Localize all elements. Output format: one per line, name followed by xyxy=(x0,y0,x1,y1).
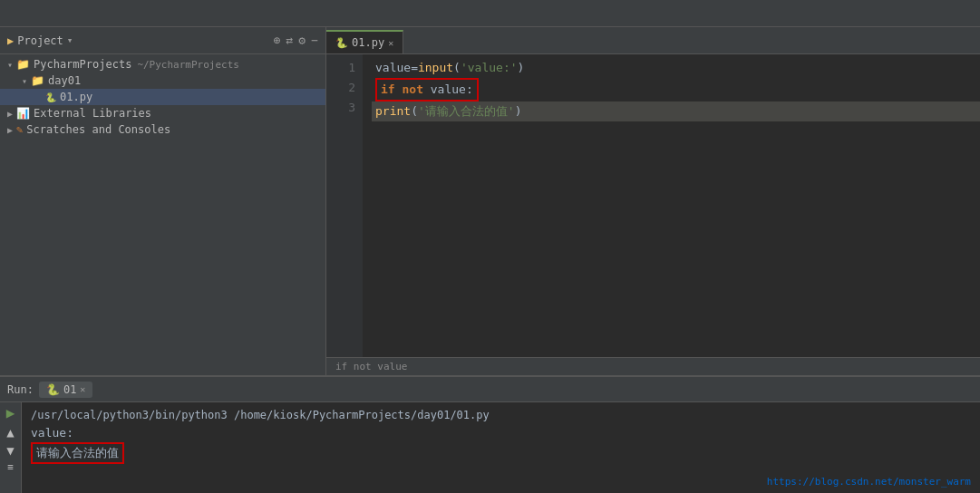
sidebar: ▶ Project ▾ ⊕ ⇄ ⚙ − ▾ 📁 PycharmProjects … xyxy=(0,27,326,375)
sidebar-item-scratches[interactable]: ▶ ✎ Scratches and Consoles xyxy=(0,121,325,138)
status-text: if not value xyxy=(335,361,407,372)
folder-icon: 📁 xyxy=(16,58,30,71)
pycharm-projects-path: ~/PycharmProjects xyxy=(137,59,239,71)
scratch-icon: ✎ xyxy=(16,123,23,136)
run-content: ▶ ▲ ▼ ≡ /usr/local/python3/bin/python3 /… xyxy=(0,402,980,493)
earth-icon[interactable]: ⊕ xyxy=(274,34,281,47)
01py-label: 01.py xyxy=(60,91,92,103)
editor-tab-label: 01.py xyxy=(352,36,384,49)
token-equals: = xyxy=(411,58,418,78)
minus-icon[interactable]: − xyxy=(311,34,318,47)
run-sidebar-buttons: ▶ ▲ ▼ ≡ xyxy=(0,402,22,493)
token-paren-open: ( xyxy=(453,58,461,78)
token-paren-close: ) xyxy=(518,58,525,78)
run-value-label: value: xyxy=(31,424,73,442)
editor-tabs: 🐍 01.py ✕ xyxy=(326,27,980,54)
sidebar-project-title: ▶ Project ▾ xyxy=(7,34,73,47)
editor-area: 🐍 01.py ✕ 1 2 3 value = input ( 'value:' xyxy=(326,27,980,375)
dropdown-arrow-icon[interactable]: ▾ xyxy=(67,34,73,46)
expand-arrow-icon: ▾ xyxy=(18,76,31,86)
token-paren-close2: ) xyxy=(515,102,522,121)
expand-arrow-icon: ▶ xyxy=(4,125,16,135)
run-command-line: /usr/local/python3/bin/python3 /home/kio… xyxy=(31,406,971,424)
title-bar xyxy=(0,0,980,27)
run-tab-label: 01 xyxy=(63,383,76,396)
scratches-label: Scratches and Consoles xyxy=(26,123,170,136)
red-border-highlight: if not value: xyxy=(375,78,479,102)
code-line-1: value = input ( 'value:' ) xyxy=(372,58,980,78)
run-tab-01[interactable]: 🐍 01 ✕ xyxy=(39,382,92,398)
token-not-kw: not xyxy=(402,82,422,96)
token-msg-str: '请输入合法的值' xyxy=(418,102,515,121)
editor-status-bar: if not value xyxy=(326,357,980,375)
run-panel-header: Run: 🐍 01 ✕ xyxy=(0,377,980,402)
token-input-fn: input xyxy=(418,58,453,78)
run-label: Run: xyxy=(7,383,34,396)
run-result-line: 请输入合法的值 xyxy=(31,442,971,464)
run-play-button[interactable]: ▶ xyxy=(6,406,15,420)
sidebar-item-01py[interactable]: 🐍 01.py xyxy=(0,89,325,105)
run-scroll-down-button[interactable]: ▼ xyxy=(6,444,14,457)
external-libs-label: External Libraries xyxy=(34,107,151,120)
expand-arrow-icon: ▶ xyxy=(4,109,16,119)
sidebar-tree: ▾ 📁 PycharmProjects ~/PycharmProjects ▾ … xyxy=(0,54,325,375)
run-result-text: 请输入合法的值 xyxy=(31,442,124,464)
editor-tab-01py[interactable]: 🐍 01.py ✕ xyxy=(326,30,403,53)
close-run-tab-icon[interactable]: ✕ xyxy=(80,384,85,394)
sidebar-item-external-libs[interactable]: ▶ 📊 External Libraries xyxy=(0,105,325,121)
code-editor[interactable]: value = input ( 'value:' ) if not value: xyxy=(363,54,980,357)
sidebar-item-pycharmprojects[interactable]: ▾ 📁 PycharmProjects ~/PycharmProjects xyxy=(0,56,325,72)
folder-icon: 📁 xyxy=(31,74,44,87)
token-value-ref: value: xyxy=(431,82,473,96)
sidebar-title-label: Project xyxy=(17,34,63,47)
token-value-var: value xyxy=(375,58,411,78)
expand-arrow-icon: ▾ xyxy=(4,60,16,70)
run-panel: Run: 🐍 01 ✕ ▶ ▲ ▼ ≡ /usr/local/python3/b… xyxy=(0,375,980,493)
token-print-fn: print xyxy=(375,102,411,121)
code-container: 1 2 3 value = input ( 'value:' ) if xyxy=(326,54,980,357)
run-icon: 🐍 xyxy=(46,383,60,396)
code-line-3: print ( '请输入合法的值' ) xyxy=(372,102,980,121)
sync-icon[interactable]: ⇄ xyxy=(286,34,294,47)
run-scroll-up-button[interactable]: ▲ xyxy=(6,426,14,439)
watermark-text: https://blog.csdn.net/monster_warm xyxy=(767,476,971,488)
gear-icon[interactable]: ⚙ xyxy=(298,34,306,47)
token-value-str: 'value:' xyxy=(461,58,518,78)
library-icon: 📊 xyxy=(16,107,30,120)
line-numbers: 1 2 3 xyxy=(326,54,363,357)
token-if-kw: if xyxy=(381,82,395,96)
code-line-2: if not value: xyxy=(372,78,980,102)
run-command-text: /usr/local/python3/bin/python3 /home/kio… xyxy=(31,406,490,424)
close-tab-icon[interactable]: ✕ xyxy=(388,38,393,48)
sidebar-header: ▶ Project ▾ ⊕ ⇄ ⚙ − xyxy=(0,27,325,54)
run-output-area: /usr/local/python3/bin/python3 /home/kio… xyxy=(22,402,980,493)
sidebar-toolbar: ⊕ ⇄ ⚙ − xyxy=(274,34,318,47)
run-value-line: value: xyxy=(31,424,971,442)
token-paren-open2: ( xyxy=(411,102,418,121)
main-area: ▶ Project ▾ ⊕ ⇄ ⚙ − ▾ 📁 PycharmProjects … xyxy=(0,27,980,375)
python-file-icon: 🐍 xyxy=(45,92,56,102)
folder-icon: ▶ xyxy=(7,34,14,47)
run-wrap-button[interactable]: ≡ xyxy=(7,462,14,472)
python-tab-icon: 🐍 xyxy=(335,37,348,49)
day01-label: day01 xyxy=(48,74,81,87)
pycharm-projects-label: PycharmProjects xyxy=(34,58,131,71)
sidebar-item-day01[interactable]: ▾ 📁 day01 xyxy=(0,72,325,89)
